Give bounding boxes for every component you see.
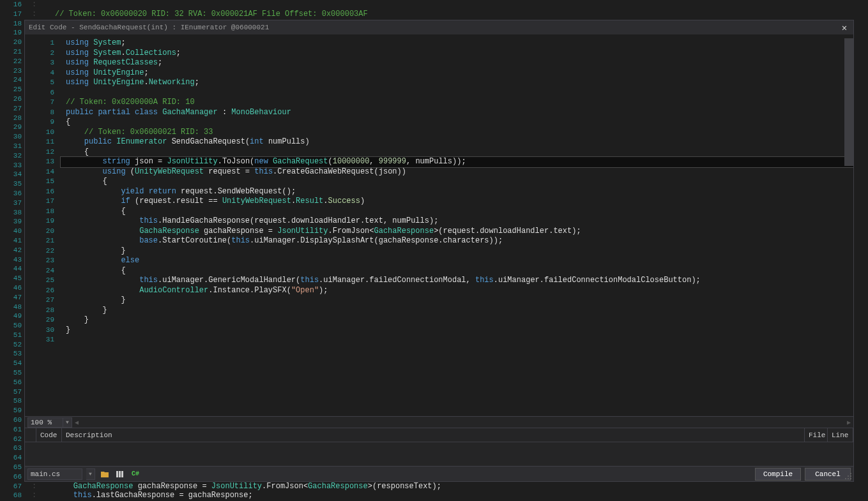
- background-gutter: 1617181920212223242526272829303132333435…: [0, 0, 24, 501]
- code-line[interactable]: using UnityEngine.Networking;: [61, 78, 853, 88]
- dialog-footer: main.cs ▼ C# Compile Cancel: [25, 466, 853, 481]
- code-line[interactable]: [61, 335, 853, 345]
- code-line[interactable]: }: [61, 315, 853, 325]
- svg-rect-0: [116, 471, 118, 477]
- scroll-left-icon[interactable]: ◀: [72, 418, 81, 427]
- code-line[interactable]: }: [61, 306, 853, 316]
- code-line[interactable]: }: [61, 246, 853, 257]
- code-line[interactable]: else: [61, 256, 853, 266]
- code-line[interactable]: this.HandleGachaResponse(request.downloa…: [61, 216, 853, 227]
- code-line[interactable]: {: [61, 117, 853, 128]
- code-line[interactable]: using System.Collections;: [61, 49, 853, 59]
- error-file-column[interactable]: File: [805, 428, 828, 442]
- code-line[interactable]: string json = JsonUtility.ToJson(new Gac…: [61, 157, 853, 167]
- code-line[interactable]: }: [61, 295, 853, 306]
- scroll-right-icon[interactable]: ▶: [844, 418, 853, 427]
- svg-point-3: [850, 473, 851, 474]
- code-line[interactable]: public IEnumerator SendGachaRequest(int …: [61, 137, 853, 147]
- code-editor[interactable]: 1234567891011121314151617181920212223242…: [25, 34, 853, 416]
- editor-code-area[interactable]: using System;using System.Collections;us…: [61, 34, 853, 416]
- code-line[interactable]: using (UnityWebRequest request = this.Cr…: [61, 167, 853, 177]
- code-line[interactable]: [61, 88, 853, 98]
- dialog-titlebar[interactable]: Edit Code - SendGachaRequest(int) : IEnu…: [25, 20, 853, 34]
- filename-dropdown-icon[interactable]: ▼: [86, 468, 95, 480]
- horizontal-scrollbar[interactable]: [84, 418, 842, 427]
- error-icon-column[interactable]: [25, 428, 36, 442]
- error-list-header: Code Description File Line: [25, 428, 853, 442]
- code-line[interactable]: this.uiManager.GenericModalHandler(this.…: [61, 276, 853, 286]
- zoom-dropdown-icon[interactable]: ▼: [63, 417, 72, 428]
- code-line[interactable]: GachaResponse gachaResponse = JsonUtilit…: [61, 227, 853, 237]
- error-code-column[interactable]: Code: [36, 428, 62, 442]
- code-line[interactable]: using UnityEngine;: [61, 68, 853, 79]
- compile-button[interactable]: Compile: [755, 468, 801, 481]
- zoom-level[interactable]: 100 %: [27, 417, 63, 428]
- editor-gutter: 1234567891011121314151617181920212223242…: [25, 34, 61, 416]
- error-description-column[interactable]: Description: [62, 428, 805, 442]
- vertical-scrollbar[interactable]: [844, 38, 853, 166]
- code-line[interactable]: // Token: 0x06000021 RID: 33: [61, 128, 853, 138]
- code-line[interactable]: }: [61, 325, 853, 336]
- edit-code-dialog: Edit Code - SendGachaRequest(int) : IEnu…: [24, 20, 854, 482]
- code-line[interactable]: if (request.result == UnityWebRequest.Re…: [61, 197, 853, 207]
- resize-grip-icon[interactable]: [843, 471, 852, 480]
- code-line[interactable]: AudioController.Instance.PlaySFX("Open")…: [61, 286, 853, 296]
- code-line[interactable]: // Token: 0x0200000A RID: 10: [61, 98, 853, 108]
- language-badge: C#: [130, 468, 141, 480]
- error-list-body: [25, 442, 853, 467]
- svg-point-4: [848, 475, 849, 477]
- svg-point-7: [848, 478, 849, 479]
- svg-point-5: [850, 475, 851, 477]
- code-line[interactable]: {: [61, 147, 853, 158]
- error-list: Code Description File Line: [25, 428, 853, 466]
- error-line-column[interactable]: Line: [828, 428, 853, 442]
- close-icon[interactable]: ✕: [839, 22, 849, 33]
- filename-combo[interactable]: main.cs: [27, 468, 82, 480]
- open-file-icon[interactable]: [99, 468, 110, 480]
- code-line[interactable]: public partial class GachaManager : Mono…: [61, 108, 853, 118]
- code-line[interactable]: yield return request.SendWebRequest();: [61, 187, 853, 197]
- code-line[interactable]: using RequestClasses;: [61, 58, 853, 68]
- code-line[interactable]: {: [61, 177, 853, 187]
- dialog-title: Edit Code - SendGachaRequest(int) : IEnu…: [29, 24, 839, 31]
- svg-rect-2: [121, 471, 123, 477]
- code-line[interactable]: base.StartCoroutine(this.uiManager.Displ…: [61, 236, 853, 246]
- zoom-row: 100 % ▼ ◀ ▶: [25, 416, 853, 428]
- svg-point-8: [850, 478, 851, 479]
- code-line[interactable]: {: [61, 266, 853, 276]
- svg-rect-1: [119, 471, 121, 477]
- code-line[interactable]: {: [61, 207, 853, 217]
- svg-point-6: [845, 478, 846, 479]
- il-view-icon[interactable]: [114, 468, 126, 480]
- code-line[interactable]: using System;: [61, 38, 853, 49]
